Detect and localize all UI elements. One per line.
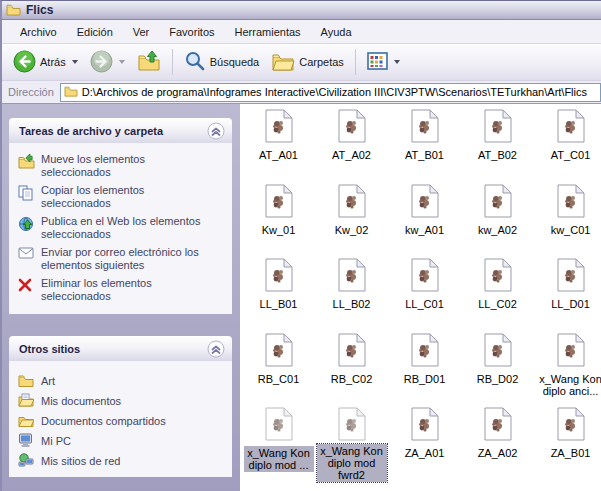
file-document-icon xyxy=(556,184,586,221)
toolbar-separator xyxy=(355,49,356,75)
file-document-icon xyxy=(264,184,294,221)
file-item[interactable]: LL_B01 xyxy=(242,258,315,333)
back-icon xyxy=(13,50,36,75)
menu-archivo[interactable]: Archivo xyxy=(10,23,67,41)
place-network[interactable]: Mis sitios de red xyxy=(18,451,228,471)
place-art[interactable]: Art xyxy=(18,371,228,391)
email-icon xyxy=(18,246,35,272)
file-item[interactable]: RB_D01 xyxy=(388,333,461,408)
file-document-icon xyxy=(337,258,367,295)
file-label: AT_A01 xyxy=(257,148,300,162)
file-item[interactable]: x_Wang Kon diplo anci... xyxy=(534,333,601,408)
file-item[interactable]: kw_A02 xyxy=(461,184,534,259)
file-label: kw_A01 xyxy=(403,223,446,237)
file-label: LL_B02 xyxy=(331,297,373,311)
file-label: LL_D01 xyxy=(549,297,592,311)
up-button[interactable] xyxy=(132,47,166,78)
network-icon xyxy=(18,453,34,469)
toolbar: Atrás Búsqueda Carpetas xyxy=(2,44,601,81)
task-label: Publica en el Web los elementos seleccio… xyxy=(41,215,213,241)
task-email-items[interactable]: Enviar por correo electrónico los elemen… xyxy=(18,246,228,272)
file-label: kw_C01 xyxy=(549,223,593,237)
place-shared-documents[interactable]: Documentos compartidos xyxy=(18,411,228,431)
menu-favoritos[interactable]: Favoritos xyxy=(159,23,224,41)
file-label: kw_A02 xyxy=(476,223,519,237)
file-item[interactable]: RB_C02 xyxy=(315,333,388,408)
file-label: Kw_01 xyxy=(260,223,298,237)
file-item[interactable]: kw_C01 xyxy=(534,184,601,259)
forward-button[interactable] xyxy=(85,47,130,78)
publish-web-icon xyxy=(18,215,35,241)
file-item[interactable]: ZA_B01 xyxy=(534,407,601,482)
back-button[interactable]: Atrás xyxy=(8,47,83,78)
file-item[interactable]: AT_B01 xyxy=(388,109,461,184)
file-item[interactable]: x_Wang Kon diplo mod fwrd2 xyxy=(315,407,388,482)
file-item[interactable]: ZA_A01 xyxy=(388,407,461,482)
menu-ayuda[interactable]: Ayuda xyxy=(311,23,362,41)
task-delete-items[interactable]: Eliminar los elementos seleccionados xyxy=(18,277,228,303)
file-item[interactable]: LL_B02 xyxy=(315,258,388,333)
file-item[interactable]: LL_C01 xyxy=(388,258,461,333)
file-document-icon xyxy=(483,184,513,221)
file-document-icon xyxy=(410,184,440,221)
file-item[interactable]: AT_A02 xyxy=(315,109,388,184)
sidebar: Tareas de archivo y carpeta Mueve los el… xyxy=(2,104,240,491)
file-item[interactable]: RB_C01 xyxy=(242,333,315,408)
folders-button[interactable]: Carpetas xyxy=(266,47,349,78)
address-path: D:\Archivos de programa\Infogrames Inter… xyxy=(82,86,587,98)
address-folder-icon xyxy=(64,85,78,99)
file-label: ZA_A02 xyxy=(476,446,520,460)
file-item[interactable]: AT_B02 xyxy=(461,109,534,184)
collapse-chevron-icon[interactable] xyxy=(207,122,225,140)
file-label: AT_C01 xyxy=(549,148,593,162)
panel-other-places-header[interactable]: Otros sitios xyxy=(9,336,232,361)
menu-ver[interactable]: Ver xyxy=(123,23,160,41)
forward-icon xyxy=(90,50,113,75)
file-document-icon xyxy=(410,258,440,295)
file-label: ZA_B01 xyxy=(549,446,593,460)
task-move-items[interactable]: Mueve los elementos seleccionados xyxy=(18,153,228,179)
file-item[interactable]: LL_C02 xyxy=(461,258,534,333)
back-label: Atrás xyxy=(40,56,66,68)
explorer-window: Flics Archivo Edición Ver Favoritos Herr… xyxy=(0,0,601,491)
file-document-icon xyxy=(337,407,367,442)
file-document-icon xyxy=(337,109,367,146)
menu-edicion[interactable]: Edición xyxy=(67,23,123,41)
file-item[interactable]: LL_D01 xyxy=(534,258,601,333)
file-item[interactable]: Kw_02 xyxy=(315,184,388,259)
file-document-icon xyxy=(410,109,440,146)
file-label: AT_A02 xyxy=(330,148,373,162)
file-document-icon xyxy=(410,333,440,370)
place-my-pc[interactable]: Mi PC xyxy=(18,431,228,451)
folder-icon xyxy=(18,374,34,389)
file-label: RB_D01 xyxy=(402,372,448,386)
address-input[interactable]: D:\Archivos de programa\Infogrames Inter… xyxy=(60,83,601,102)
panel-other-places: Otros sitios Art xyxy=(9,336,232,477)
title-bar[interactable]: Flics xyxy=(2,1,601,20)
window-title: Flics xyxy=(26,3,53,17)
toolbar-separator xyxy=(172,49,173,75)
place-label: Mi PC xyxy=(41,435,71,447)
task-publish-web[interactable]: Publica en el Web los elementos seleccio… xyxy=(18,215,228,241)
file-item[interactable]: x_Wang Kon diplo mod ... xyxy=(242,407,315,482)
file-document-icon xyxy=(556,258,586,295)
delete-icon xyxy=(18,277,35,303)
file-list-area[interactable]: AT_A01 AT_A02 xyxy=(240,104,601,491)
file-document-icon xyxy=(483,109,513,146)
search-button[interactable]: Búsqueda xyxy=(179,47,265,78)
views-button[interactable] xyxy=(362,47,405,78)
menu-herramientas[interactable]: Herramientas xyxy=(225,23,311,41)
search-icon xyxy=(184,50,206,74)
file-item[interactable]: AT_A01 xyxy=(242,109,315,184)
file-item[interactable]: Kw_01 xyxy=(242,184,315,259)
place-my-documents[interactable]: Mis documentos xyxy=(18,391,228,411)
panel-file-tasks-header[interactable]: Tareas de archivo y carpeta xyxy=(9,118,232,143)
file-item[interactable]: ZA_A02 xyxy=(461,407,534,482)
file-item[interactable]: AT_C01 xyxy=(534,109,601,184)
views-grid-icon xyxy=(367,52,388,72)
file-item[interactable]: RB_D02 xyxy=(461,333,534,408)
place-label: Art xyxy=(41,375,55,387)
task-copy-items[interactable]: Copiar los elementos seleccionados xyxy=(18,184,228,210)
collapse-chevron-icon[interactable] xyxy=(207,340,225,358)
file-item[interactable]: kw_A01 xyxy=(388,184,461,259)
